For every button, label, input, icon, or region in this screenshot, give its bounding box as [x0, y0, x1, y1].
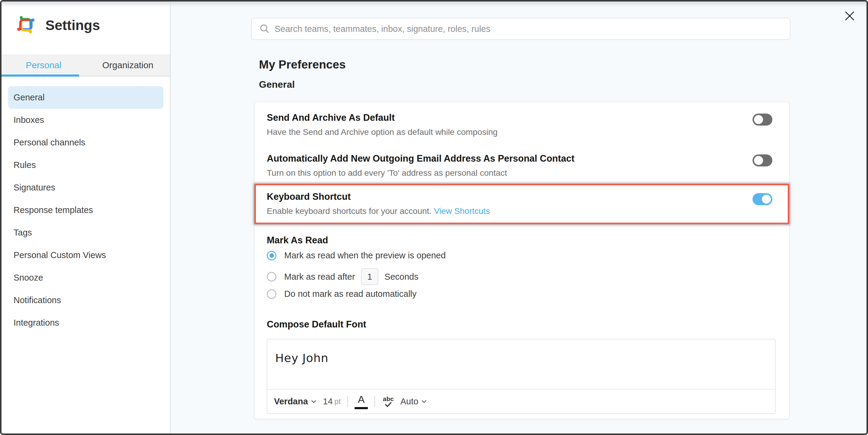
radio-button-do-not-mark[interactable]: [267, 289, 276, 299]
font-color-glyph: A: [358, 394, 365, 404]
setting-subtitle-text: Enable keyboard shortcuts for your accou…: [267, 206, 432, 216]
sidebar-item-general[interactable]: General: [8, 86, 163, 109]
my-preferences-heading: My Preferences: [259, 58, 346, 71]
general-section-heading: General: [259, 79, 295, 90]
toggle-send-and-archive[interactable]: [752, 113, 772, 126]
radio-option-do-not-mark: Do not mark as read automatically: [267, 289, 416, 299]
tab-personal[interactable]: Personal: [1, 55, 86, 76]
sidebar-header: Settings: [1, 1, 170, 55]
setting-subtitle: Turn on this option to add every 'To' ad…: [267, 168, 772, 178]
color-mode-value: Auto: [400, 397, 418, 406]
setting-row-keyboard-shortcut-highlighted: Keyboard Shortcut Enable keyboard shortc…: [254, 184, 789, 224]
main-panel: My Preferences General Send And Archive …: [171, 1, 867, 434]
radio-label: Mark as read when the preview is opened: [284, 250, 446, 261]
font-size-control[interactable]: 14 pt: [323, 397, 341, 406]
radio-label-before: Mark as read after: [284, 272, 355, 282]
sidebar-tabs: Personal Organization: [1, 55, 170, 77]
font-color-button[interactable]: A: [354, 394, 368, 409]
toggle-knob: [762, 195, 771, 204]
compose-default-font-heading: Compose Default Font: [267, 319, 366, 330]
setting-title: Automatically Add New Outgoing Email Add…: [267, 153, 772, 164]
view-shortcuts-link[interactable]: View Shortcuts: [434, 206, 490, 216]
setting-row-auto-add-contact: Automatically Add New Outgoing Email Add…: [267, 153, 772, 178]
preferences-card: Send And Archive As Default Have the Sen…: [254, 102, 790, 420]
font-toolbar: Verdana 14 pt A: [274, 390, 769, 413]
spellcheck-button[interactable]: abc: [383, 396, 394, 407]
check-icon: [384, 402, 392, 407]
font-color-bar: [354, 407, 368, 409]
active-tab-underline: [1, 74, 79, 77]
font-size-value: 14: [323, 397, 333, 406]
sidebar-item-signatures[interactable]: Signatures: [8, 176, 163, 199]
toggle-knob: [754, 156, 763, 165]
sidebar-item-response-templates[interactable]: Response templates: [8, 199, 163, 222]
toggle-knob: [754, 115, 763, 124]
chevron-down-icon: [311, 400, 316, 403]
sidebar-item-inboxes[interactable]: Inboxes: [8, 109, 163, 131]
sidebar-item-personal-channels[interactable]: Personal channels: [8, 131, 163, 154]
radio-option-after-seconds: Mark as read after Seconds: [267, 268, 418, 286]
setting-row-send-and-archive: Send And Archive As Default Have the Sen…: [267, 112, 772, 137]
font-preview-text: Hey John: [275, 352, 329, 365]
color-mode-dropdown[interactable]: Auto: [400, 397, 427, 406]
mark-as-read-heading: Mark As Read: [267, 235, 328, 246]
sidebar-item-tags[interactable]: Tags: [8, 222, 163, 244]
sidebar-item-integrations[interactable]: Integrations: [8, 311, 163, 334]
close-icon[interactable]: [843, 9, 856, 23]
seconds-input[interactable]: [361, 268, 378, 285]
sidebar-item-snooze[interactable]: Snooze: [8, 266, 163, 289]
font-size-unit: pt: [335, 397, 341, 406]
radio-option-preview-opened: Mark as read when the preview is opened: [267, 250, 446, 261]
setting-subtitle: Enable keyboard shortcuts for your accou…: [267, 206, 772, 216]
font-family-dropdown[interactable]: Verdana: [274, 397, 316, 406]
radio-label: Do not mark as read automatically: [284, 289, 416, 299]
app-logo-icon: [16, 15, 36, 35]
font-family-value: Verdana: [274, 397, 308, 406]
sidebar-item-rules[interactable]: Rules: [8, 154, 163, 176]
search-icon: [259, 24, 270, 34]
sidebar-nav: General Inboxes Personal channels Rules …: [1, 86, 170, 334]
setting-title: Send And Archive As Default: [267, 112, 772, 123]
search-input[interactable]: [275, 24, 790, 34]
radio-label-after: Seconds: [384, 272, 418, 282]
setting-subtitle: Have the Send and Archive option as defa…: [267, 127, 772, 137]
settings-window: Settings Personal Organization General I…: [0, 0, 868, 435]
chevron-down-icon: [422, 400, 427, 403]
compose-font-preview-box[interactable]: Hey John Verdana 14 pt: [267, 339, 776, 414]
sidebar: Settings Personal Organization General I…: [1, 1, 170, 434]
spellcheck-abc-glyph: abc: [383, 396, 394, 402]
page-title: Settings: [45, 17, 100, 33]
radio-button-after-seconds[interactable]: [267, 272, 276, 281]
sidebar-item-personal-custom-views[interactable]: Personal Custom Views: [8, 244, 163, 266]
toolbar-separator: [374, 396, 375, 407]
toggle-auto-add-contact[interactable]: [752, 155, 772, 166]
radio-button-preview-opened[interactable]: [267, 251, 276, 261]
toggle-keyboard-shortcut[interactable]: [752, 193, 772, 205]
search-bar: [251, 18, 790, 40]
setting-title: Keyboard Shortcut: [267, 191, 772, 202]
toolbar-separator: [347, 396, 348, 407]
tab-organization[interactable]: Organization: [86, 55, 170, 76]
sidebar-item-notifications[interactable]: Notifications: [8, 289, 163, 311]
